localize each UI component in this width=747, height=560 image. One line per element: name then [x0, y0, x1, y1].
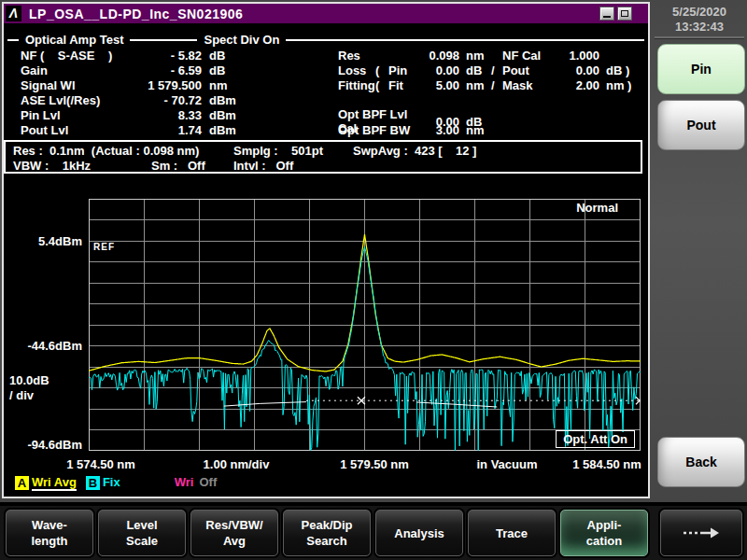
- x-axis-start-label: 1 574.50 nm: [66, 457, 135, 471]
- ref-line-label: REF: [93, 242, 115, 252]
- time-text: 13:32:43: [654, 20, 745, 35]
- res-setting: Res : 0.1nm (Actual : 0.098 nm): [13, 144, 199, 158]
- sweep-average: SwpAvg : 423 [ 12 ]: [353, 144, 476, 158]
- bpf-bw-row: Opt BPF BW 3.00 nm: [338, 122, 644, 137]
- trace-legend: AWri AvgBFixWriOff: [15, 475, 217, 492]
- trace-a-mode: Wri Avg: [32, 475, 77, 491]
- interval: Intvl : Off: [233, 159, 293, 173]
- minimize-icon[interactable]: [599, 7, 614, 21]
- spect-div-status: Spect Div On: [197, 33, 286, 47]
- trace-c-mode: Wri: [175, 475, 194, 489]
- x-axis-end-label: 1 584.50 nm: [572, 457, 641, 471]
- vbw-setting: VBW : 1kHz: [13, 159, 91, 173]
- datetime-display: 5/25/2020 13:32:43: [654, 5, 745, 35]
- amp-test-header: Optical Amp Test Spect Div On: [7, 33, 644, 47]
- pout-button-label: Pout: [686, 118, 715, 133]
- spacer-row: [338, 92, 644, 107]
- menu-button-trace[interactable]: Trace: [468, 510, 556, 556]
- gain-row: Gain - 6.59 dB: [21, 63, 301, 77]
- spectrum-plot: Normal REF Opt. Att On: [89, 199, 641, 451]
- pout-button[interactable]: Pout: [657, 100, 745, 150]
- amp-results-left: NF ( S-ASE ) - 5.82 dB Gain - 6.59 dB Si…: [21, 48, 301, 137]
- menu-button-peak-dip-search[interactable]: Peak/DipSearch: [283, 510, 371, 556]
- date-text: 5/25/2020: [654, 5, 745, 20]
- back-button[interactable]: Back: [657, 437, 745, 487]
- measure-mode-label: Normal: [576, 201, 618, 215]
- menu-button-res-vbw-avg[interactable]: Res/VBW/Avg: [190, 510, 278, 556]
- amp-settings-right: Res 0.098 nm NF Cal 1.000 Loss ( Pin 0.0…: [338, 48, 644, 137]
- ase-lvl-row: ASE Lvl(/Res) - 70.72 dBm: [21, 92, 301, 107]
- fitting-row: Fitting ( Fit 5.00 nm / Mask 2.00 nm ): [338, 77, 644, 92]
- smoothing: Sm : Off: [151, 159, 205, 173]
- main-display: Λ LP_OSA__LD-PD_Inc_SN021906 Optical Amp…: [2, 2, 650, 498]
- x-axis-div-label: 1.00 nm/div: [204, 457, 270, 471]
- back-button-label: Back: [685, 455, 716, 469]
- trace-a-badge: A: [15, 476, 29, 490]
- maximize-icon[interactable]: [617, 7, 632, 21]
- bpf-lvl-cal-row: Opt BPF Lvl Cal 0.00 dB: [338, 107, 644, 122]
- sweep-info-box: Res : 0.1nm (Actual : 0.098 nm) Smplg : …: [4, 140, 642, 174]
- y-axis-scale: 10.0dB: [9, 373, 84, 387]
- loss-row: Loss ( Pin 0.00 dB / Pout 0.00 dB ): [338, 63, 644, 77]
- pin-button-label: Pin: [691, 62, 712, 77]
- menu-button-more[interactable]: [660, 510, 742, 556]
- arrow-right-icon: [680, 525, 723, 540]
- spectrum-traces: [89, 199, 641, 451]
- pin-button[interactable]: Pin: [657, 44, 745, 94]
- menu-button-application[interactable]: Appli-cation: [560, 510, 648, 556]
- anritsu-logo-icon: Λ: [6, 6, 21, 21]
- menu-button-level-scale[interactable]: LevelScale: [98, 510, 186, 556]
- sampling-points: Smplg : 501pt: [233, 144, 323, 158]
- window-title: LP_OSA__LD-PD_Inc_SN021906: [29, 7, 243, 21]
- function-menu-bar: Wave-length LevelScale Res/VBW/Avg Peak/…: [0, 502, 747, 560]
- menu-button-analysis[interactable]: Analysis: [375, 510, 463, 556]
- x-axis-center-label: 1 579.50 nm: [340, 457, 409, 471]
- osa-screen: 5/25/2020 13:32:43 Pin Pout Back Λ LP_OS…: [0, 0, 747, 560]
- res-nfcal-row: Res 0.098 nm NF Cal 1.000: [338, 48, 644, 63]
- pin-lvl-row: Pin Lvl 8.33 dBm: [21, 107, 301, 122]
- nf-row: NF ( S-ASE ) - 5.82 dB: [21, 48, 301, 63]
- sidebar-divider: [655, 36, 744, 39]
- y-axis-scale-div: / div: [9, 388, 84, 402]
- amp-test-title: Optical Amp Test: [19, 33, 130, 47]
- trace-b-mode: Fix: [103, 475, 120, 489]
- title-bar: Λ LP_OSA__LD-PD_Inc_SN021906: [4, 4, 648, 23]
- signal-wl-row: Signal Wl 1 579.500 nm: [21, 77, 301, 92]
- trace-c-state: Off: [199, 475, 217, 489]
- pout-lvl-row: Pout Lvl 1.74 dBm: [21, 122, 301, 137]
- opt-att-status-badge: Opt. Att On: [556, 430, 635, 448]
- y-axis-mid-level: -44.6dBm: [4, 339, 82, 353]
- y-axis-bottom-level: -94.6dBm: [4, 438, 82, 452]
- y-axis-ref-level: 5.4dBm: [4, 234, 82, 248]
- trace-b-badge: B: [86, 476, 100, 490]
- menu-button-wavelength[interactable]: Wave-length: [6, 510, 93, 556]
- x-axis-vacuum-label: in Vacuum: [476, 457, 537, 471]
